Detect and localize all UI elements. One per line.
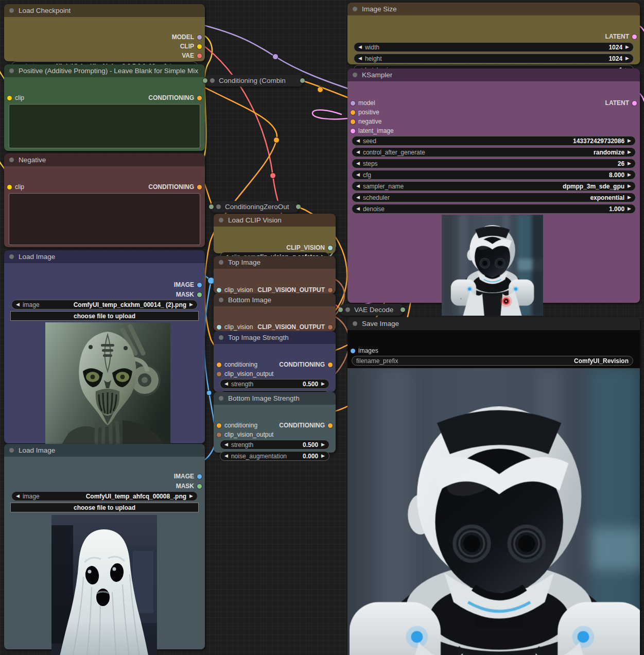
node-bottom-image[interactable]: Bottom Image clip_vision CLIP_VISION_OUT… <box>214 294 336 331</box>
increment-arrow-icon[interactable]: ▶ <box>628 206 631 211</box>
node-header[interactable]: Bottom Image Strength <box>214 392 336 405</box>
decrement-arrow-icon[interactable]: ◀ <box>356 161 360 166</box>
decrement-arrow-icon[interactable]: ◀ <box>356 150 360 154</box>
input-clip-vision-output[interactable]: clip_vision_output <box>217 431 273 438</box>
input-port-clip-vision[interactable] <box>217 325 221 330</box>
increment-arrow-icon[interactable]: ▶ <box>628 150 631 154</box>
node-header[interactable]: KSampler <box>347 68 640 81</box>
output-mask[interactable]: MASK <box>176 482 202 490</box>
decrement-arrow-icon[interactable]: ◀ <box>224 442 228 447</box>
collapse-dot-icon[interactable] <box>353 321 357 326</box>
input-latent-image[interactable]: latent_image <box>351 127 394 134</box>
widget-scheduler[interactable]: ◀ scheduler exponential ▶ <box>352 193 636 202</box>
node-bottom-image-strength[interactable]: Bottom Image Strength conditioning CONDI… <box>214 392 336 453</box>
increment-arrow-icon[interactable]: ▶ <box>628 195 631 200</box>
input-port-cvo[interactable] <box>217 433 221 437</box>
widget-steps[interactable]: ◀ steps 26 ▶ <box>352 159 636 168</box>
output-conditioning[interactable]: CONDITIONING <box>148 94 202 101</box>
collapse-dot-icon[interactable] <box>219 218 223 222</box>
node-ksampler[interactable]: KSampler model LATENT positive negative … <box>347 68 640 303</box>
output-mask[interactable]: MASK <box>176 291 202 298</box>
input-positive[interactable]: positive <box>351 109 379 116</box>
collapse-dot-icon[interactable] <box>219 260 223 265</box>
node-header[interactable]: Load CLIP Vision <box>214 214 336 227</box>
widget-width[interactable]: ◀ width 1024 ▶ <box>354 42 634 52</box>
output-clip[interactable]: CLIP <box>180 43 202 50</box>
collapse-dot-icon[interactable] <box>219 396 223 401</box>
node-conditioning-combine[interactable]: Conditioning (Combin <box>205 75 303 87</box>
input-model[interactable]: model <box>351 99 375 107</box>
increment-arrow-icon[interactable]: ▶ <box>625 56 629 61</box>
output-image[interactable]: IMAGE <box>174 281 202 288</box>
output-port-vae[interactable] <box>197 54 202 58</box>
node-header[interactable]: Bottom Image <box>214 294 336 306</box>
output-port-conditioning[interactable] <box>328 363 333 367</box>
widget-height[interactable]: ◀ height 1024 ▶ <box>354 54 634 63</box>
output-port-clip-vision[interactable] <box>328 246 333 250</box>
decrement-arrow-icon[interactable]: ◀ <box>16 302 20 307</box>
output-port-conditioning[interactable] <box>197 96 202 100</box>
node-load-image-top[interactable]: Load Image IMAGE MASK ◀ image ComfyUI_te… <box>4 250 205 443</box>
collapse-dot-icon[interactable] <box>216 204 221 209</box>
output-conditioning[interactable]: CONDITIONING <box>279 361 333 368</box>
output-port-latent[interactable] <box>632 101 637 106</box>
collapse-dot-icon[interactable] <box>353 7 357 11</box>
input-clip[interactable]: clip <box>7 94 24 101</box>
output-image[interactable]: IMAGE <box>174 473 202 480</box>
increment-arrow-icon[interactable]: ▶ <box>189 302 193 307</box>
collapse-dot-icon[interactable] <box>9 68 14 73</box>
decrement-arrow-icon[interactable]: ◀ <box>358 45 362 49</box>
input-images[interactable]: images <box>351 347 378 354</box>
widget-image-file[interactable]: ◀ image ComfyUI_temp_ahfcq_00008_.png ▶ <box>11 491 198 501</box>
input-port-conditioning[interactable] <box>217 423 221 428</box>
decrement-arrow-icon[interactable]: ◀ <box>358 56 362 61</box>
widget-noise-augmentation[interactable]: ◀ noise_augmentation 0.000 ▶ <box>220 451 329 461</box>
input-port-conditioning[interactable] <box>351 119 355 124</box>
widget-seed[interactable]: ◀ seed 143372429732086 ▶ <box>352 136 636 146</box>
positive-text-area[interactable] <box>9 104 200 148</box>
node-header[interactable]: Load Image <box>4 444 205 457</box>
increment-arrow-icon[interactable]: ▶ <box>628 161 631 166</box>
widget-strength[interactable]: ◀ strength 0.500 ▶ <box>220 379 329 389</box>
input-negative[interactable]: negative <box>351 118 381 125</box>
widget-control-after-generate[interactable]: ◀ control_after_generate randomize ▶ <box>352 147 636 157</box>
collapsed-output-port[interactable] <box>401 307 405 312</box>
output-port-latent[interactable] <box>632 35 637 39</box>
node-header[interactable]: Load Checkpoint <box>4 4 205 17</box>
decrement-arrow-icon[interactable]: ◀ <box>224 382 228 386</box>
output-port-image[interactable] <box>197 283 202 287</box>
output-port-clip[interactable] <box>197 44 202 49</box>
increment-arrow-icon[interactable]: ▶ <box>628 139 631 143</box>
collapsed-output-port[interactable] <box>300 78 305 83</box>
collapsed-input-port[interactable] <box>209 204 214 209</box>
increment-arrow-icon[interactable]: ▶ <box>625 45 629 49</box>
widget-strength[interactable]: ◀ strength 0.500 ▶ <box>220 440 329 450</box>
node-header[interactable]: Positive (Additive Prompting) - Leave Bl… <box>4 64 205 77</box>
output-port-model[interactable] <box>197 35 202 40</box>
input-conditioning[interactable]: conditioning <box>217 422 257 429</box>
collapse-dot-icon[interactable] <box>345 307 350 312</box>
node-image-size[interactable]: Image Size LATENT ◀ width 1024 ▶ ◀ heigh… <box>347 3 640 64</box>
collapse-dot-icon[interactable] <box>219 298 223 302</box>
input-port-cvo[interactable] <box>217 372 221 376</box>
input-conditioning[interactable]: conditioning <box>217 361 257 368</box>
input-clip-vision-output[interactable]: clip_vision_output <box>217 370 273 377</box>
decrement-arrow-icon[interactable]: ◀ <box>356 206 360 211</box>
input-port-model[interactable] <box>351 101 355 106</box>
node-header[interactable]: Load Image <box>4 250 205 263</box>
widget-cfg[interactable]: ◀ cfg 8.000 ▶ <box>352 170 636 180</box>
output-port-cvo[interactable] <box>328 288 333 292</box>
node-positive-prompt[interactable]: Positive (Additive Prompting) - Leave Bl… <box>4 64 205 151</box>
node-load-clip-vision[interactable]: Load CLIP Vision CLIP_VISION ◀ clip_name… <box>214 214 336 253</box>
decrement-arrow-icon[interactable]: ◀ <box>16 494 20 498</box>
node-load-image-bottom[interactable]: Load Image IMAGE MASK ◀ image ComfyUI_te… <box>4 444 205 649</box>
negative-text-area[interactable] <box>9 193 200 245</box>
node-header[interactable]: Image Size <box>347 3 640 15</box>
collapsed-output-port[interactable] <box>296 204 301 209</box>
decrement-arrow-icon[interactable]: ◀ <box>356 195 360 200</box>
node-top-image[interactable]: Top Image clip_vision CLIP_VISION_OUTPUT… <box>214 256 336 294</box>
input-port-clip[interactable] <box>7 185 12 189</box>
decrement-arrow-icon[interactable]: ◀ <box>356 184 360 188</box>
output-latent[interactable]: LATENT <box>605 99 637 107</box>
node-header[interactable]: Save Image <box>347 317 640 330</box>
